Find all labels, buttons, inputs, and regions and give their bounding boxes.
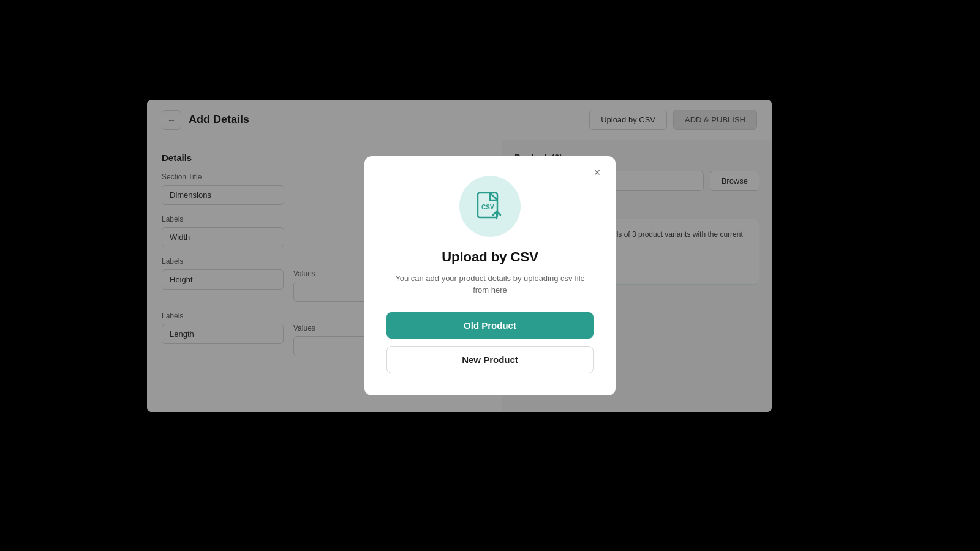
modal: × CSV Upload by CSV You can add your pro… (364, 156, 616, 395)
svg-text:CSV: CSV (481, 204, 494, 211)
new-product-button[interactable]: New Product (386, 346, 594, 373)
modal-close-button[interactable]: × (589, 165, 606, 182)
modal-overlay: × CSV Upload by CSV You can add your pro… (0, 0, 980, 551)
csv-icon-wrapper: CSV (459, 176, 521, 237)
modal-title: Upload by CSV (442, 249, 538, 265)
modal-subtitle: You can add your product details by uplo… (386, 272, 594, 296)
old-product-button[interactable]: Old Product (386, 312, 594, 339)
csv-icon: CSV (473, 189, 507, 223)
